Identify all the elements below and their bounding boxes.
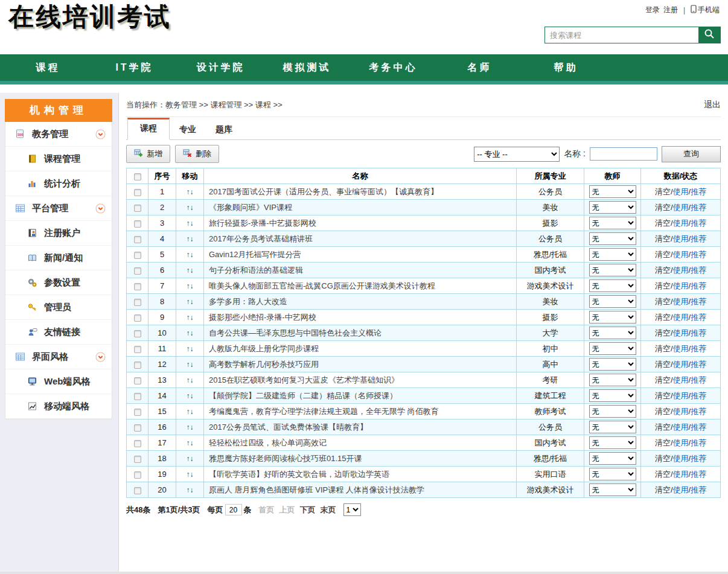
use-link[interactable]: 使用 — [673, 218, 689, 228]
teacher-select[interactable]: 无 — [589, 295, 636, 308]
move-down-icon[interactable]: ↓ — [190, 439, 194, 447]
use-link[interactable]: 使用 — [673, 407, 689, 416]
teacher-select[interactable]: 无 — [589, 264, 636, 276]
move-down-icon[interactable]: ↓ — [190, 407, 194, 416]
row-checkbox[interactable] — [134, 471, 141, 479]
clear-link[interactable]: 清空 — [655, 266, 671, 275]
nav-item-7[interactable]: 帮助 — [523, 62, 609, 74]
use-link[interactable]: 使用 — [673, 391, 689, 400]
clear-link[interactable]: 清空 — [655, 407, 671, 416]
course-name[interactable]: 2017国考面试公开课（适用公务员、事业编等面试）【诚真教育】 — [204, 184, 517, 200]
use-link[interactable]: 使用 — [673, 344, 689, 353]
search-input[interactable] — [545, 27, 698, 43]
move-down-icon[interactable]: ↓ — [190, 203, 194, 212]
nav-item-3[interactable]: 设计学院 — [177, 62, 264, 74]
course-name[interactable]: 2017年公务员考试基础精讲班 — [204, 231, 517, 247]
teacher-select[interactable]: 无 — [589, 248, 636, 261]
sidebar-item-10[interactable]: 界面风格 — [5, 345, 112, 369]
move-down-icon[interactable]: ↓ — [190, 298, 194, 306]
teacher-select[interactable]: 无 — [589, 483, 636, 496]
recommend-link[interactable]: 推荐 — [691, 297, 706, 306]
course-name[interactable]: Gavin12月托福写作提分营 — [204, 247, 517, 263]
teacher-select[interactable]: 无 — [589, 436, 636, 449]
recommend-link[interactable]: 推荐 — [691, 470, 706, 479]
clear-link[interactable]: 清空 — [655, 438, 671, 447]
move-down-icon[interactable]: ↓ — [190, 392, 194, 400]
move-down-icon[interactable]: ↓ — [190, 423, 194, 432]
teacher-select[interactable]: 无 — [589, 342, 636, 355]
course-name[interactable]: 2015在职艺硕联考如何复习大蓝皮《艺术学基础知识》 — [204, 372, 517, 388]
row-checkbox[interactable] — [134, 346, 141, 353]
use-link[interactable]: 使用 — [673, 203, 689, 212]
move-down-icon[interactable]: ↓ — [190, 360, 194, 369]
row-checkbox[interactable] — [134, 424, 141, 432]
add-button[interactable]: 新增 — [126, 145, 170, 163]
row-checkbox[interactable] — [134, 362, 141, 369]
clear-link[interactable]: 清空 — [655, 250, 671, 259]
recommend-link[interactable]: 推荐 — [691, 250, 706, 259]
use-link[interactable]: 使用 — [673, 454, 689, 463]
recommend-link[interactable]: 推荐 — [691, 360, 706, 369]
row-checkbox[interactable] — [134, 220, 141, 228]
clear-link[interactable]: 清空 — [655, 344, 671, 353]
next-page-link[interactable]: 下页 — [300, 505, 316, 515]
use-link[interactable]: 使用 — [673, 423, 689, 432]
select-all-checkbox[interactable] — [134, 173, 141, 180]
sidebar-item-3[interactable]: 统计分析 — [5, 171, 112, 196]
use-link[interactable]: 使用 — [673, 281, 689, 290]
move-down-icon[interactable]: ↓ — [190, 219, 194, 228]
teacher-select[interactable]: 无 — [589, 185, 636, 198]
use-link[interactable]: 使用 — [673, 328, 689, 337]
sidebar-item-5[interactable]: 注册账户 — [5, 221, 112, 246]
nav-item-1[interactable]: 课程 — [5, 62, 91, 74]
row-checkbox[interactable] — [134, 487, 141, 494]
clear-link[interactable]: 清空 — [655, 360, 671, 369]
course-name[interactable]: 多学多用：路人大改造 — [204, 294, 517, 310]
page-select[interactable]: 1 — [343, 503, 361, 516]
course-name[interactable]: 人教版九年级上册化学同步课程 — [204, 341, 517, 357]
teacher-select[interactable]: 无 — [589, 232, 636, 245]
row-checkbox[interactable] — [134, 330, 141, 337]
nav-item-2[interactable]: IT学院 — [91, 62, 177, 74]
tab-3[interactable]: 题库 — [206, 120, 242, 139]
move-down-icon[interactable]: ↓ — [190, 235, 194, 243]
course-name[interactable]: 轻轻松松过四级，核心单词高效记 — [204, 435, 517, 451]
use-link[interactable]: 使用 — [673, 438, 689, 447]
sidebar-item-12[interactable]: 移动端风格 — [5, 394, 112, 419]
use-link[interactable]: 使用 — [673, 485, 689, 494]
row-checkbox[interactable] — [134, 377, 141, 384]
teacher-select[interactable]: 无 — [589, 468, 636, 480]
course-name[interactable]: 句子分析和语法的基础逻辑 — [204, 263, 517, 278]
sidebar-item-4[interactable]: 平台管理 — [5, 196, 112, 221]
course-name[interactable]: 高考数学解析几何秒杀技巧应用 — [204, 357, 517, 372]
recommend-link[interactable]: 推荐 — [691, 391, 706, 400]
prev-page-link[interactable]: 上页 — [279, 505, 295, 515]
teacher-select[interactable]: 无 — [589, 374, 636, 386]
use-link[interactable]: 使用 — [673, 250, 689, 259]
chevron-down-icon[interactable] — [95, 203, 106, 214]
row-checkbox[interactable] — [134, 205, 141, 212]
clear-link[interactable]: 清空 — [655, 391, 671, 400]
clear-link[interactable]: 清空 — [655, 454, 671, 463]
teacher-select[interactable]: 无 — [589, 217, 636, 229]
sidebar-item-7[interactable]: 参数设置 — [5, 270, 112, 295]
move-down-icon[interactable]: ↓ — [190, 329, 194, 337]
sidebar-item-2[interactable]: 课程管理 — [5, 147, 112, 171]
sidebar-item-11[interactable]: Web端风格 — [5, 369, 112, 394]
use-link[interactable]: 使用 — [673, 360, 689, 369]
course-name[interactable]: 唯美头像人物面部五官绘画-战翼CG原画公开课游戏美术设计教程 — [204, 278, 517, 294]
move-down-icon[interactable]: ↓ — [190, 250, 194, 259]
nav-item-4[interactable]: 模拟测试 — [264, 62, 350, 74]
recommend-link[interactable]: 推荐 — [691, 218, 706, 228]
sidebar-item-8[interactable]: 管理员 — [5, 295, 112, 320]
recommend-link[interactable]: 推荐 — [691, 485, 706, 494]
recommend-link[interactable]: 推荐 — [691, 266, 706, 275]
logout-link[interactable]: 退出 — [704, 100, 721, 110]
clear-link[interactable]: 清空 — [655, 297, 671, 306]
sidebar-item-6[interactable]: 新闻/通知 — [5, 246, 112, 270]
recommend-link[interactable]: 推荐 — [691, 187, 706, 196]
course-name[interactable]: 考编魔鬼营，教育学心理学法律法规主观题，全年无限学 尚佰教育 — [204, 404, 517, 419]
recommend-link[interactable]: 推荐 — [691, 313, 706, 322]
use-link[interactable]: 使用 — [673, 375, 689, 384]
sidebar-item-9[interactable]: 友情链接 — [5, 320, 112, 345]
